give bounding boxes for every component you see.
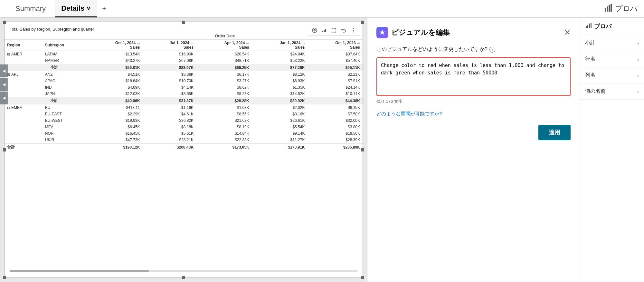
subregion-cell: LATAM (43, 51, 87, 58)
sales-cell-3-3: $8.12K (252, 71, 308, 78)
subregion-cell: JAPN (43, 91, 87, 97)
resize-handle-tm[interactable] (182, 21, 185, 24)
sales-cell-2-3: $77.26K (252, 64, 308, 71)
sales-cell-13-2: $22.33K (196, 137, 252, 143)
collapse-icon[interactable]: ⊟ (7, 52, 10, 56)
edit-panel-icon (376, 27, 388, 38)
svg-rect-7 (325, 29, 326, 32)
sales-cell-11-3: $5.54K (252, 124, 308, 130)
sales-cell-11-2: $8.19K (196, 124, 252, 130)
main-area: Total Sales by Region, Subregion and qua… (0, 18, 644, 282)
sales-cell-6-1: $8.65K (143, 91, 196, 97)
sales-cell-8-3: $2.02K (252, 104, 308, 111)
sales-cell-10-4: $32.00K (307, 117, 363, 124)
svg-point-9 (353, 30, 354, 31)
sales-cell-0-0: $13.54K (87, 51, 142, 58)
table-scroll[interactable] (10, 270, 357, 272)
total-label: 合計 (5, 143, 87, 151)
chevron-right-icon-3: › (637, 73, 639, 78)
sales-cell-13-3: $11.27K (252, 137, 308, 143)
left-edge-btn-2[interactable]: ◀ (0, 78, 8, 91)
subregion-cell: EU-EAST (43, 111, 87, 117)
sales-cell-5-1: $4.14K (143, 84, 196, 91)
visual-container: Total Sales by Region, Subregion and qua… (4, 22, 363, 278)
left-edge-btn-1[interactable]: ◀ (0, 64, 8, 77)
region-cell: ⊟EMEA (5, 104, 43, 111)
sidebar-rowname-label: 行名 (585, 56, 595, 63)
sales-cell-9-0: $2.29K (87, 111, 142, 117)
close-button[interactable]: ✕ (564, 28, 571, 37)
tab-summary[interactable]: Summary (6, 1, 55, 17)
tab-details[interactable]: Details ∨ (55, 0, 97, 17)
sales-cell-6-4: $10.11K (307, 91, 363, 97)
resize-handle-bl[interactable] (3, 276, 6, 279)
sales-cell-12-2: $14.84K (196, 130, 252, 137)
tab-add-button[interactable]: + (97, 2, 111, 15)
sidebar-item-valuename[interactable]: 値の名前 › (580, 83, 644, 100)
expand-icon[interactable] (330, 26, 338, 34)
sidebar-title: プロパ (594, 23, 611, 30)
svg-rect-0 (605, 8, 606, 12)
more-options-icon[interactable] (349, 26, 357, 34)
undo-icon[interactable] (340, 26, 347, 34)
subregion-cell: EU-WEST (43, 117, 87, 124)
sidebar-colname-label: 列名 (585, 72, 595, 79)
sales-cell-9-1: $4.61K (143, 111, 196, 117)
chevron-right-icon-2: › (637, 57, 639, 62)
sales-cell-3-0: $4.51K (87, 71, 142, 78)
resize-handle-br[interactable] (361, 276, 364, 279)
sales-cell-12-3: $9.14K (252, 130, 308, 137)
sidebar-item-colname[interactable]: 列名 › (580, 67, 644, 83)
region-cell (5, 111, 43, 117)
edit-panel-title: ビジュアルを編集 (391, 28, 450, 37)
help-link[interactable]: どのような質問が可能ですか? (376, 111, 571, 117)
collapse-icon[interactable]: ⊟ (7, 106, 10, 110)
sales-cell-9-3: $8.16K (252, 111, 308, 117)
subregion-cell: APAC (43, 78, 87, 84)
region-cell: ⊟APJ (5, 71, 43, 78)
total-cell-3: $170.91K (252, 143, 308, 151)
region-cell (5, 91, 43, 97)
sidebar-item-subtotal[interactable]: 小計 › (580, 35, 644, 51)
sales-cell-7-0: $40.06K (87, 97, 142, 104)
sidebar-item-rowname[interactable]: 行名 › (580, 51, 644, 67)
filter-icon[interactable] (311, 26, 318, 34)
chart-icon[interactable] (320, 26, 328, 34)
sales-cell-10-2: $21.63K (196, 117, 252, 124)
sales-cell-11-0: $6.45K (87, 124, 142, 130)
properties-label (604, 3, 613, 14)
subregion-cell: 小計 (43, 97, 87, 104)
tab-bar-right: プロパ (604, 3, 638, 14)
prompt-textarea[interactable]: Change color to red when sales is less t… (376, 57, 571, 96)
resize-handle-mr[interactable] (361, 148, 364, 151)
resize-handle-ml[interactable] (3, 148, 6, 151)
sales-cell-10-0: $19.93K (87, 117, 142, 124)
subregion-cell: IND (43, 84, 87, 91)
svg-rect-6 (324, 30, 325, 32)
sales-cell-0-4: $37.64K (307, 51, 363, 58)
table-scroll-thumb[interactable] (10, 270, 149, 272)
sales-cell-4-2: $3.27K (196, 78, 252, 84)
sales-cell-1-1: $67.08K (143, 57, 196, 64)
info-icon: i (489, 47, 495, 53)
sales-cell-4-4: $7.91K (307, 78, 363, 84)
resize-handle-tr[interactable] (361, 21, 364, 24)
svg-rect-2 (609, 5, 610, 12)
left-edge-btn-3[interactable]: ◀ (0, 92, 8, 104)
sales-cell-6-0: $12.03K (87, 91, 142, 97)
date-col-4: Jan 1, 2024 ...Sales (252, 40, 308, 51)
data-table: Order Date Region Subregion Oct 1, 2024 … (5, 33, 363, 151)
prompt-label: このビジュアルをどのように変更したいですか? i (376, 46, 571, 53)
sales-cell-12-0: $16.45K (87, 130, 142, 137)
tab-bar: Summary Details ∨ + プロパ (0, 0, 644, 18)
region-cell (5, 84, 43, 91)
region-cell (5, 97, 43, 104)
sales-cell-8-2: $1.98K (196, 104, 252, 111)
resize-handle-tl[interactable] (3, 21, 6, 24)
edit-panel-header: ビジュアルを編集 ✕ (376, 27, 571, 38)
subregion-cell: ANZ (43, 71, 87, 78)
resize-handle-bm[interactable] (182, 276, 185, 279)
region-cell (5, 130, 43, 137)
region-header (5, 33, 87, 40)
apply-button[interactable]: 適用 (538, 125, 571, 140)
